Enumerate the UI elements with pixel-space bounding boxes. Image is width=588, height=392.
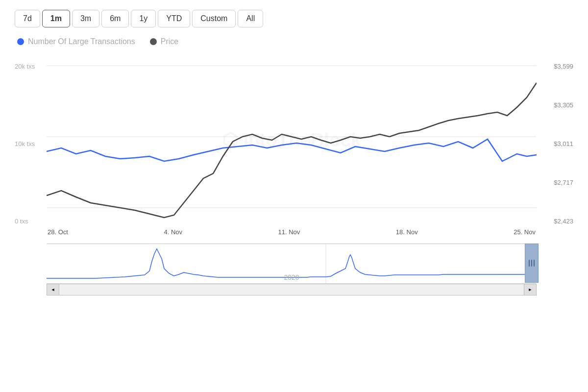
legend-label-price: Price [161,37,178,46]
y-right-top: $3,599 [540,63,573,70]
chart-legend: Number Of Large Transactions Price [17,37,573,46]
mini-chart-container: 2020 [47,244,537,284]
scrollbar: ◄ ► [47,284,537,295]
x-label-4: 18. Nov [396,228,418,236]
y-left-bot: 0 txs [15,218,47,225]
scroll-right-button[interactable]: ► [524,284,537,295]
btn-all[interactable]: All [238,10,263,27]
btn-1y[interactable]: 1y [131,10,156,27]
time-range-controls: 7d 1m 3m 6m 1y YTD Custom All [15,10,573,27]
scroll-handle[interactable] [525,244,539,283]
y-right-mid1: $3,305 [540,101,573,109]
x-label-2: 4. Nov [164,228,182,236]
legend-dot-dark [150,38,157,45]
legend-dot-blue [17,38,24,45]
btn-ytd[interactable]: YTD [158,10,190,27]
chart-wrapper: 20k txs 10k txs 0 txs [15,61,573,295]
main-container: 7d 1m 3m 6m 1y YTD Custom All Number Of … [0,0,588,295]
btn-1m[interactable]: 1m [42,10,70,27]
legend-label-transactions: Number Of Large Transactions [28,37,135,46]
btn-custom[interactable]: Custom [192,10,236,27]
x-label-3: 11. Nov [278,228,300,236]
x-label-1: 28. Oct [48,228,68,236]
legend-transactions: Number Of Large Transactions [17,37,135,46]
y-right-mid2: $3,011 [540,140,573,147]
y-left-top: 20k txs [15,63,47,70]
mini-year-label: 2020 [284,273,299,281]
y-left-mid: 10k txs [15,140,47,147]
x-label-5: 25. Nov [514,228,536,236]
btn-3m[interactable]: 3m [72,10,99,27]
y-right-bot: $2,423 [540,218,573,225]
legend-price: Price [150,37,178,46]
y-right-mid3: $2,717 [540,179,573,186]
scroll-left-button[interactable]: ◄ [47,284,59,295]
watermark-text: ⬡ IntoTheBlock [222,130,362,150]
btn-6m[interactable]: 6m [101,10,129,27]
main-chart-svg: ⬡ IntoTheBlock [47,61,537,227]
btn-7d[interactable]: 7d [15,10,40,27]
